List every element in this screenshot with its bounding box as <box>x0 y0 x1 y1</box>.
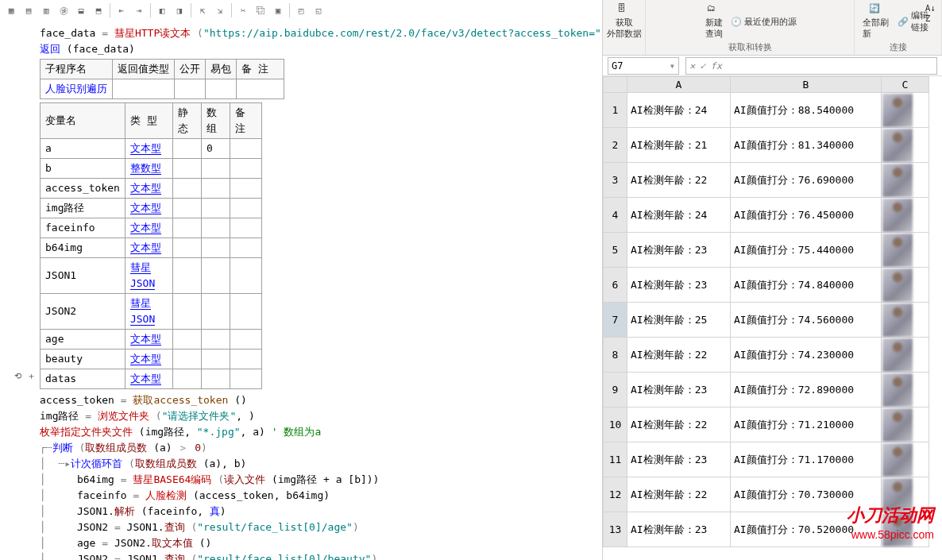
var-static[interactable] <box>172 139 201 159</box>
cell[interactable]: AI颜值打分：76.450000 <box>731 198 882 233</box>
column-header-a[interactable]: A <box>627 77 731 93</box>
cell[interactable]: AI检测年龄：23 <box>627 512 731 547</box>
tb-icon[interactable]: ▥ <box>38 2 54 18</box>
row-header[interactable]: 5 <box>604 233 627 268</box>
var-type[interactable]: 彗星JSON <box>125 258 172 294</box>
cell[interactable]: AI颜值打分：72.890000 <box>731 373 882 407</box>
var-note[interactable] <box>230 258 261 294</box>
cell-image[interactable] <box>882 407 929 442</box>
var-note[interactable] <box>230 294 261 330</box>
select-all-corner[interactable] <box>604 77 627 93</box>
worksheet-grid[interactable]: A B C 1AI检测年龄：24AI颜值打分：88.5400002AI检测年龄：… <box>603 76 942 560</box>
var-type[interactable]: 文本型 <box>125 238 172 258</box>
cell[interactable]: AI检测年龄：23 <box>627 233 731 268</box>
var-static[interactable] <box>172 159 201 179</box>
cell-image[interactable] <box>882 198 929 233</box>
var-array[interactable] <box>201 238 230 258</box>
var-type[interactable]: 文本型 <box>125 330 172 350</box>
cell[interactable]: AI检测年龄：22 <box>627 477 731 512</box>
var-note[interactable] <box>230 199 261 218</box>
formula-bar[interactable]: ✕✓fx <box>685 57 937 75</box>
var-type[interactable]: 文本型 <box>125 350 172 369</box>
column-header-b[interactable]: B <box>731 77 882 93</box>
cell-image[interactable] <box>882 303 929 338</box>
var-array[interactable] <box>201 159 230 179</box>
refresh-all-button[interactable]: 🔄全部刷新 <box>859 2 893 41</box>
tb-icon[interactable]: ⇥ <box>131 2 147 18</box>
sort-button[interactable]: A↓Z <box>922 2 939 25</box>
fold-icon[interactable]: ⟲ ＋ <box>14 369 38 384</box>
var-array[interactable] <box>201 199 230 218</box>
row-header[interactable]: 3 <box>604 163 627 198</box>
cell[interactable]: AI颜值打分：74.560000 <box>731 303 882 338</box>
var-note[interactable] <box>230 350 261 369</box>
var-static[interactable] <box>172 369 201 389</box>
row-header[interactable]: 2 <box>604 128 627 163</box>
cell[interactable]: AI检测年龄：21 <box>627 128 731 163</box>
cell[interactable]: AI检测年龄：24 <box>627 198 731 233</box>
cell-image[interactable] <box>882 233 929 268</box>
tb-icon[interactable]: ◨ <box>172 2 187 18</box>
cell-image[interactable] <box>882 268 929 303</box>
external-data-button[interactable]: 🗄获取 外部数据 <box>604 2 645 41</box>
column-header-c[interactable]: C <box>882 77 929 93</box>
var-name[interactable]: img路径 <box>41 199 125 218</box>
var-note[interactable] <box>230 218 261 238</box>
name-box[interactable]: G7▾ <box>608 57 679 75</box>
tb-icon[interactable]: ▦ <box>3 2 19 18</box>
tb-icon[interactable]: ◰ <box>293 2 309 18</box>
fx-icon[interactable]: fx <box>710 60 721 71</box>
row-header[interactable]: 6 <box>604 268 627 303</box>
recent-sources-button[interactable]: 🕘最近使用的源 <box>729 15 798 29</box>
tb-icon[interactable]: ◧ <box>154 2 170 18</box>
cell[interactable] <box>175 79 206 99</box>
cell[interactable]: AI颜值打分：81.340000 <box>731 128 882 163</box>
tb-icon[interactable]: ⇱ <box>195 2 210 18</box>
var-array[interactable] <box>201 294 230 330</box>
cell[interactable]: AI颜值打分：75.440000 <box>731 233 882 268</box>
tb-icon[interactable]: ✂ <box>235 2 251 18</box>
var-note[interactable] <box>230 139 261 159</box>
subroutine-table[interactable]: 子程序名 返回值类型 公开 易包 备 注 人脸识别遍历 <box>40 59 284 99</box>
cell-image[interactable] <box>882 338 929 373</box>
var-type[interactable]: 整数型 <box>125 159 172 179</box>
var-static[interactable] <box>172 258 201 294</box>
var-note[interactable] <box>230 369 261 389</box>
var-note[interactable] <box>230 238 261 258</box>
var-type[interactable]: 文本型 <box>125 179 172 199</box>
tb-icon[interactable]: ㊝ <box>56 2 71 18</box>
var-static[interactable] <box>172 218 201 238</box>
cell-image[interactable] <box>882 512 929 547</box>
row-header[interactable]: 12 <box>604 477 627 512</box>
var-type[interactable]: 彗星JSON <box>125 294 172 330</box>
var-array[interactable] <box>201 330 230 350</box>
var-name[interactable]: access_token <box>41 179 125 199</box>
code-editor[interactable]: face_data = 彗星HTTP读文本 ("https://aip.baid… <box>0 22 602 560</box>
cell[interactable] <box>113 79 175 99</box>
row-header[interactable]: 10 <box>604 407 627 442</box>
cell[interactable] <box>237 79 284 99</box>
tb-icon[interactable]: ⇲ <box>212 2 228 18</box>
enter-icon[interactable]: ✓ <box>700 60 705 71</box>
var-name[interactable]: faceinfo <box>41 218 125 238</box>
var-name[interactable]: b <box>41 159 125 179</box>
tb-icon[interactable]: ◱ <box>311 2 326 18</box>
cell[interactable] <box>206 79 237 99</box>
cell[interactable]: 人脸识别遍历 <box>41 79 113 99</box>
var-type[interactable]: 文本型 <box>125 199 172 218</box>
cell-image[interactable] <box>882 373 929 407</box>
var-type[interactable]: 文本型 <box>125 218 172 238</box>
var-static[interactable] <box>172 199 201 218</box>
cell[interactable]: AI检测年龄：22 <box>627 163 731 198</box>
new-query-button[interactable]: 🗂新建 查询 <box>702 2 726 41</box>
var-note[interactable] <box>230 179 261 199</box>
cell[interactable]: AI颜值打分：71.170000 <box>731 442 882 477</box>
var-static[interactable] <box>172 294 201 330</box>
var-array[interactable] <box>201 218 230 238</box>
row-header[interactable]: 13 <box>604 512 627 547</box>
var-name[interactable]: datas <box>41 369 125 389</box>
var-name[interactable]: beauty <box>41 350 125 369</box>
row-header[interactable]: 4 <box>604 198 627 233</box>
var-note[interactable] <box>230 330 261 350</box>
row-header[interactable]: 1 <box>604 93 627 128</box>
